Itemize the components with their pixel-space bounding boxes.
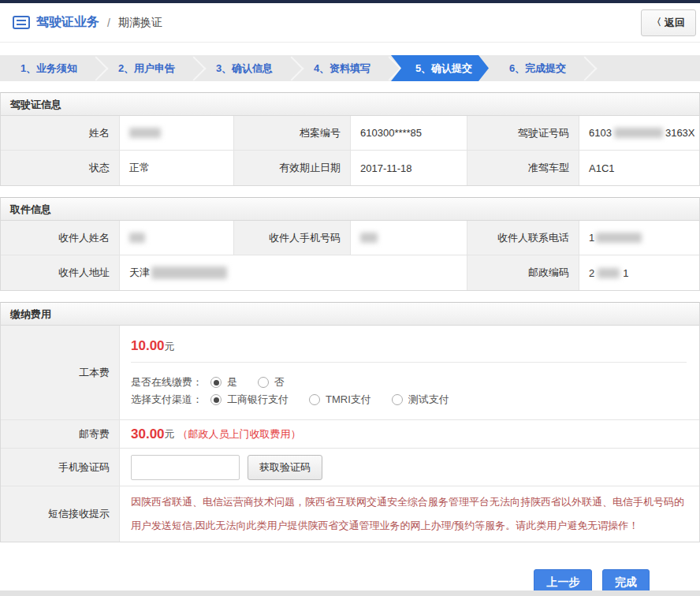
sms-notice-row: 短信接收提示 因陕西省联通、电信运营商技术问题，陕西省互联网交通安全综合服务管理… xyxy=(1,486,699,542)
production-fee-label: 工本费 xyxy=(1,326,120,419)
license-service-icon xyxy=(13,16,30,29)
radio-unchecked-icon[interactable] xyxy=(258,377,269,388)
step-label: 1、业务须知 xyxy=(20,61,77,76)
status-value: 正常 xyxy=(120,151,234,185)
online-payment-question: 是否在线缴费： 是 否 xyxy=(131,375,687,389)
breadcrumb-current: 期满换证 xyxy=(118,16,162,30)
radio-online-yes-label: 是 xyxy=(227,375,237,389)
file-number-label: 档案编号 xyxy=(234,116,351,150)
postal-code-suffix: 1 xyxy=(623,267,628,279)
step-label: 5、确认提交 xyxy=(415,61,472,76)
payment-channel-question-label: 选择支付渠道： xyxy=(131,393,203,407)
step-3-confirm-info: 3、确认信息 xyxy=(195,55,293,81)
sms-code-label: 手机验证码 xyxy=(1,449,120,486)
redacted-recipient-phone xyxy=(596,233,642,243)
production-fee-unit: 元 xyxy=(165,341,175,352)
step-1-business-notice: 1、业务须知 xyxy=(0,55,98,81)
vehicle-type-value: A1C1 xyxy=(579,151,699,185)
postage-fee-label: 邮寄费 xyxy=(1,420,120,448)
sms-code-input[interactable] xyxy=(131,455,240,480)
vehicle-type-label: 准驾车型 xyxy=(467,151,579,185)
step-progress-bar: 1、业务须知 2、用户申告 3、确认信息 4、资料填写 5、确认提交 6、完成提… xyxy=(0,55,700,81)
online-payment-question-label: 是否在线缴费： xyxy=(131,375,203,389)
step-5-confirm-submit-active: 5、确认提交 xyxy=(391,55,489,81)
license-number-value: 6103 3163X xyxy=(579,116,699,150)
step-label: 6、完成提交 xyxy=(509,61,566,76)
radio-channel-tmri[interactable]: TMRI支付 xyxy=(309,393,371,407)
breadcrumb-separator: / xyxy=(107,17,110,29)
license-number-label: 驾驶证号码 xyxy=(467,116,579,150)
expiry-date-value: 2017-11-18 xyxy=(351,151,467,185)
recipient-name-label: 收件人姓名 xyxy=(1,221,120,255)
postage-fee-content: 30.00元 （邮政人员上门收取费用） xyxy=(120,420,699,448)
radio-unchecked-icon[interactable] xyxy=(392,394,403,405)
back-button-label: 返回 xyxy=(665,16,685,30)
radio-checked-icon[interactable] xyxy=(210,394,222,405)
recipient-address-label: 收件人地址 xyxy=(1,255,120,290)
expiry-date-label: 有效期止日期 xyxy=(234,151,351,185)
sms-notice-text: 因陕西省联通、电信运营商技术问题，陕西省互联网交通安全综合服务管理平台无法向持陕… xyxy=(120,486,699,542)
table-row: 姓名 档案编号 610300****85 驾驶证号码 6103 3163X xyxy=(1,116,699,151)
table-row: 收件人姓名 收件人手机号码 收件人联系电话 1 xyxy=(1,221,699,255)
recipient-address-value: 天津 xyxy=(120,255,467,290)
postage-fee-note: （邮政人员上门收取费用） xyxy=(178,427,301,441)
fee-section-title: 缴纳费用 xyxy=(1,303,699,326)
get-code-button[interactable]: 获取验证码 xyxy=(248,455,322,480)
postal-code-value: 2 1 xyxy=(579,255,699,290)
postage-fee-unit: 元 xyxy=(165,427,175,441)
sms-notice-label: 短信接收提示 xyxy=(1,486,120,542)
radio-online-no[interactable]: 否 xyxy=(258,375,285,389)
divider xyxy=(131,362,687,363)
step-bar-filler xyxy=(586,55,700,81)
step-2-user-declaration: 2、用户申告 xyxy=(98,55,195,81)
breadcrumb: 驾驶证业务 / 期满换证 xyxy=(13,14,162,31)
production-fee-amount-line: 10.00元 xyxy=(131,338,687,354)
fee-section: 缴纳费用 工本费 10.00元 是否在线缴费： 是 否 选择支付渠道： xyxy=(0,302,700,542)
redacted-recipient-name xyxy=(129,233,145,243)
redacted-recipient-address xyxy=(151,266,227,279)
radio-online-yes[interactable]: 是 xyxy=(210,375,237,389)
status-label: 状态 xyxy=(1,151,120,185)
radio-checked-icon[interactable] xyxy=(210,377,222,388)
back-button[interactable]: 〈 返回 xyxy=(641,9,696,36)
recipient-name-value xyxy=(120,221,234,255)
redacted-recipient-mobile xyxy=(360,233,378,243)
production-fee-content: 10.00元 是否在线缴费： 是 否 选择支付渠道： 工商银行支付 xyxy=(120,326,699,419)
license-number-suffix: 3163X xyxy=(665,127,695,139)
redacted-postal-middle xyxy=(598,268,620,278)
license-info-section: 驾驶证信息 姓名 档案编号 610300****85 驾驶证号码 6103 31… xyxy=(0,92,700,186)
name-label: 姓名 xyxy=(1,116,120,150)
recipient-phone-value: 1 xyxy=(579,221,699,255)
redacted-name xyxy=(129,128,161,138)
postage-fee-row: 邮寄费 30.00元 （邮政人员上门收取费用） xyxy=(1,420,699,449)
payment-channel-question: 选择支付渠道： 工商银行支付 TMRI支付 测试支付 xyxy=(131,393,687,407)
production-fee-row: 工本费 10.00元 是否在线缴费： 是 否 选择支付渠道： xyxy=(1,326,699,420)
redacted-license-middle xyxy=(614,128,663,138)
page-title: 驾驶证业务 xyxy=(36,14,99,31)
step-label: 2、用户申告 xyxy=(118,61,175,76)
sms-code-row: 手机验证码 获取验证码 xyxy=(1,449,699,486)
back-chevron-icon: 〈 xyxy=(652,16,661,29)
radio-channel-test[interactable]: 测试支付 xyxy=(392,393,449,407)
radio-channel-test-label: 测试支付 xyxy=(408,393,449,407)
postage-fee-amount: 30.00 xyxy=(131,427,165,442)
postal-code-prefix: 2 xyxy=(589,267,594,279)
radio-online-no-label: 否 xyxy=(274,375,285,389)
radio-channel-icbc[interactable]: 工商银行支付 xyxy=(210,393,289,407)
production-fee-amount: 10.00 xyxy=(131,338,165,353)
recipient-mobile-value xyxy=(351,221,467,255)
table-row: 收件人地址 天津 邮政编码 2 1 xyxy=(1,255,699,290)
recipient-phone-label: 收件人联系电话 xyxy=(467,221,579,255)
recipient-address-prefix: 天津 xyxy=(129,266,150,280)
name-value xyxy=(120,116,234,150)
license-info-section-title: 驾驶证信息 xyxy=(1,93,699,116)
step-4-fill-data: 4、资料填写 xyxy=(293,55,391,81)
radio-unchecked-icon[interactable] xyxy=(309,394,320,405)
step-6-complete-submit: 6、完成提交 xyxy=(489,55,586,81)
recipient-mobile-label: 收件人手机号码 xyxy=(234,221,351,255)
license-number-prefix: 6103 xyxy=(589,127,612,139)
radio-channel-tmri-label: TMRI支付 xyxy=(326,393,371,407)
radio-channel-icbc-label: 工商银行支付 xyxy=(227,393,289,407)
recipient-phone-prefix: 1 xyxy=(589,232,594,244)
step-label: 4、资料填写 xyxy=(314,61,370,76)
